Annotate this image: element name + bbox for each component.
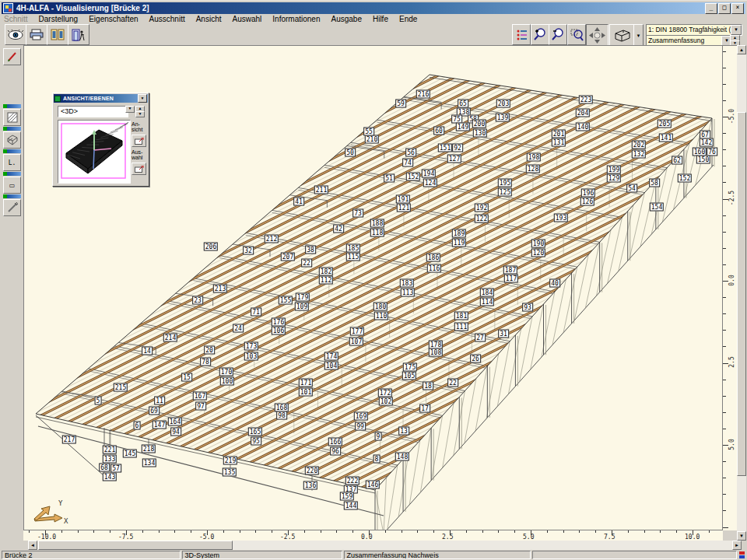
element-label[interactable]: 95	[251, 437, 261, 446]
element-label[interactable]: 58	[649, 179, 660, 187]
element-label[interactable]: 172	[378, 389, 392, 397]
element-label[interactable]: 223	[579, 96, 593, 104]
ansicht-ebenen-panel[interactable]: ANSICHT/EBENEN ▼ <3D> ▼ ▲ ▼ An- sicht Au…	[52, 93, 149, 187]
element-label[interactable]: 107	[349, 338, 363, 346]
element-label[interactable]: 112	[319, 276, 333, 285]
element-label[interactable]: 155	[279, 296, 293, 305]
element-label[interactable]: 68	[99, 464, 110, 472]
pan-navigator[interactable]	[586, 24, 608, 47]
element-label[interactable]: 216	[416, 90, 430, 99]
drawing-viewport[interactable]: 2165965138755814920013060203139210555056…	[23, 45, 723, 530]
element-label[interactable]: 221	[103, 446, 117, 454]
element-label[interactable]: 55	[363, 128, 374, 136]
element-label[interactable]: 42	[333, 225, 344, 233]
element-label[interactable]: 192	[475, 204, 489, 212]
close-button[interactable]: ×	[731, 3, 744, 14]
zoom-in-button[interactable]	[531, 24, 549, 45]
element-label[interactable]: 57	[110, 464, 121, 473]
ansicht-apply-button[interactable]	[132, 135, 146, 147]
vertical-scroll-thumb[interactable]	[737, 112, 746, 476]
element-label[interactable]: 206	[204, 243, 218, 251]
minimize-button[interactable]: _	[705, 3, 717, 14]
element-label[interactable]: 101	[299, 388, 313, 397]
element-label[interactable]: 65	[458, 100, 468, 108]
element-label[interactable]: 175	[403, 363, 417, 372]
element-label[interactable]: 217	[62, 436, 76, 444]
tool-window-strip[interactable]	[3, 172, 21, 176]
element-label[interactable]: 125	[498, 188, 512, 197]
scroll-up-icon[interactable]: ▲	[737, 45, 746, 54]
menu-item-darstellung[interactable]: Darstellung	[39, 15, 79, 23]
element-label[interactable]: 9	[375, 432, 382, 441]
tool-window-strip[interactable]	[3, 104, 21, 108]
element-label[interactable]: 173	[244, 342, 258, 351]
element-label[interactable]: 195	[498, 179, 512, 187]
element-label[interactable]: 187	[503, 266, 517, 275]
tool-window-strip[interactable]	[3, 127, 21, 131]
element-label[interactable]: 129	[607, 174, 621, 183]
element-label[interactable]: 142	[700, 138, 714, 147]
element-label[interactable]: 188	[370, 219, 384, 228]
element-label[interactable]: 190	[531, 240, 545, 248]
element-label[interactable]: 200	[472, 120, 486, 128]
element-label[interactable]: 139	[496, 114, 510, 122]
element-label[interactable]: 120	[531, 249, 545, 257]
element-label[interactable]: 147	[153, 421, 167, 429]
element-label[interactable]: 22	[447, 379, 458, 387]
draw-tool-button[interactable]	[3, 199, 21, 216]
layer-list-button[interactable]	[512, 24, 531, 45]
element-label[interactable]: 50	[345, 149, 356, 157]
element-label[interactable]: 198	[527, 153, 541, 162]
element-label[interactable]: 69	[149, 407, 160, 415]
element-label[interactable]: 115	[346, 253, 360, 261]
element-label[interactable]: 54	[626, 184, 637, 193]
element-label[interactable]: 121	[397, 204, 411, 212]
element-label[interactable]: 14	[142, 347, 153, 355]
title-bar[interactable]: 4H-ALFA - Visualisierung [Brücke 2] _ □ …	[2, 2, 745, 14]
element-label[interactable]: 105	[402, 372, 416, 380]
element-label[interactable]: 26	[470, 355, 481, 363]
element-label[interactable]: 97	[195, 402, 206, 411]
element-label[interactable]: 23	[192, 296, 203, 305]
select-edit-button[interactable]	[3, 48, 21, 65]
menu-item-ende[interactable]: Ende	[399, 15, 417, 23]
element-label[interactable]: 8	[374, 455, 381, 464]
tool-window-strip[interactable]	[3, 194, 21, 198]
element-label[interactable]: 127	[447, 155, 461, 163]
element-label[interactable]: 185	[346, 244, 360, 253]
element-label[interactable]: 106	[272, 327, 286, 335]
auswahl-apply-button[interactable]	[132, 163, 146, 175]
print-button[interactable]	[26, 24, 47, 45]
element-label[interactable]: 211	[314, 186, 328, 194]
plate-tool-button[interactable]	[3, 131, 21, 149]
loadcase-combobox[interactable]: 1: DIN 18800 Tragfähigkeit (Th ▼	[646, 24, 742, 36]
element-label[interactable]: 118	[370, 229, 384, 237]
element-label[interactable]: 148	[395, 453, 409, 461]
element-label[interactable]: 124	[423, 179, 437, 187]
menu-item-ausgabe[interactable]: Ausgabe	[331, 15, 361, 23]
element-label[interactable]: 60	[433, 127, 444, 135]
element-label[interactable]: 207	[281, 253, 295, 261]
element-label[interactable]: 143	[103, 473, 117, 481]
element-label[interactable]: 74	[402, 159, 413, 167]
element-label[interactable]: 140	[576, 123, 590, 131]
element-label[interactable]: 146	[366, 481, 380, 489]
element-label[interactable]: 159	[340, 492, 354, 501]
element-label[interactable]: 98	[276, 411, 287, 420]
element-label[interactable]: 51	[384, 174, 395, 183]
element-label[interactable]: 210	[365, 135, 379, 144]
element-label[interactable]: 164	[168, 418, 182, 426]
element-label[interactable]: 119	[452, 239, 466, 247]
element-label[interactable]: 18	[423, 382, 433, 390]
element-label[interactable]: 62	[672, 156, 682, 165]
element-label[interactable]: 145	[123, 450, 137, 458]
element-label[interactable]: 99	[355, 422, 366, 431]
element-label[interactable]: 27	[475, 334, 486, 342]
element-label[interactable]: 176	[272, 318, 286, 327]
element-label[interactable]: 133	[103, 455, 117, 464]
element-label[interactable]: 183	[400, 279, 414, 288]
element-label[interactable]: 136	[303, 481, 317, 490]
element-label[interactable]: 199	[607, 166, 621, 174]
element-label[interactable]: 189	[452, 229, 466, 238]
scroll-left-icon[interactable]: ◄	[28, 541, 37, 550]
